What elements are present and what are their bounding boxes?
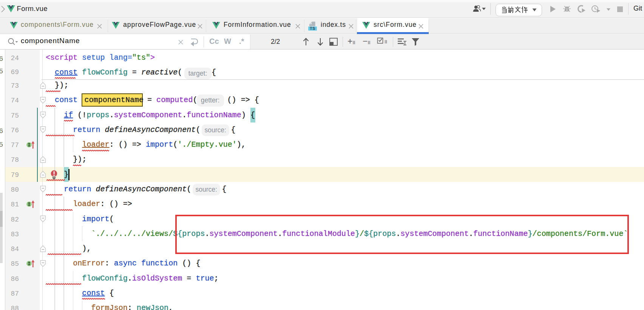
svg-text:TS: TS — [310, 26, 315, 31]
